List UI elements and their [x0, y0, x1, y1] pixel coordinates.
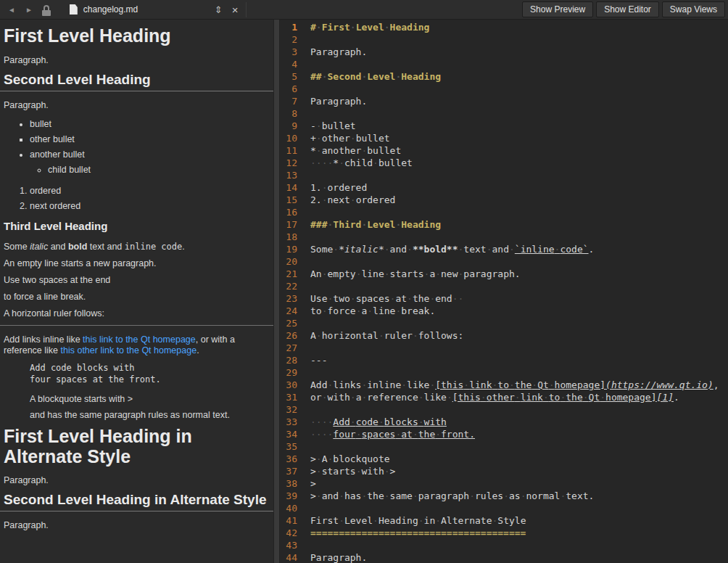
- editor-line[interactable]: 27: [280, 342, 728, 354]
- qt-homepage-reference-link[interactable]: this other link to the Qt homepage: [61, 345, 197, 356]
- toolbar: ◄ ► changelog.md ⇕ × Show Preview Show E…: [0, 0, 728, 20]
- show-editor-button[interactable]: Show Editor: [596, 1, 659, 17]
- editor-line[interactable]: 22: [280, 280, 728, 292]
- line-text: *·another·bullet: [310, 144, 728, 157]
- editor-code[interactable]: 1#·First·Level·Heading23Paragraph.45##·S…: [280, 21, 728, 563]
- line-text: [310, 502, 728, 514]
- line-text: ##·Second·Level·Heading: [310, 70, 728, 83]
- editor-line[interactable]: 152.·next·ordered: [280, 194, 728, 206]
- editor-line[interactable]: 28---: [280, 354, 728, 366]
- line-text: [310, 107, 728, 120]
- line-number: 1: [280, 21, 297, 33]
- splitter[interactable]: [273, 20, 280, 563]
- line-number: 5: [280, 70, 297, 83]
- editor-line[interactable]: 33····Add·code·blocks·with: [280, 416, 728, 428]
- paragraph: to force a line break.: [4, 292, 268, 303]
- close-icon[interactable]: ×: [227, 4, 244, 15]
- plain-text: .: [197, 345, 199, 356]
- editor-line[interactable]: 41First·Level·Heading·in·Alternate·Style: [280, 514, 728, 527]
- editor-line[interactable]: 31or·with·a·reference·like·[this·other·l…: [280, 391, 728, 403]
- italic-text: italic: [30, 242, 48, 252]
- show-preview-button[interactable]: Show Preview: [522, 1, 593, 17]
- editor-line[interactable]: 4: [280, 58, 728, 70]
- editor-line[interactable]: 6: [280, 83, 728, 95]
- editor-line[interactable]: 43: [280, 539, 728, 551]
- editor-line[interactable]: 35: [280, 440, 728, 453]
- editor-line[interactable]: 11*·another·bullet: [280, 144, 728, 157]
- list-item: bullet: [30, 117, 268, 132]
- line-number: 4: [280, 58, 297, 70]
- editor-line[interactable]: 17###·Third·Level·Heading: [280, 218, 728, 231]
- line-text: ###·Third·Level·Heading: [310, 218, 728, 231]
- editor-line[interactable]: 19Some·*italic*·and·**bold**·text·and·`i…: [280, 243, 728, 255]
- editor-line[interactable]: 10+·other·bullet: [280, 132, 728, 144]
- file-tab[interactable]: changelog.md: [65, 0, 210, 20]
- editor-line[interactable]: 30Add·links·inline·like·[this·link·to·th…: [280, 379, 728, 391]
- editor-line[interactable]: 18: [280, 231, 728, 243]
- editor-line[interactable]: 42======================================: [280, 527, 728, 539]
- line-number: 34: [280, 428, 297, 440]
- line-text: [310, 231, 728, 243]
- editor-line[interactable]: 7Paragraph.: [280, 95, 728, 107]
- blockquote: A blockquote starts with > and has the s…: [30, 394, 268, 421]
- preview-h1: First Level Heading: [4, 25, 268, 46]
- editor-line[interactable]: 21An·empty·line·starts·a·new·paragraph.: [280, 268, 728, 280]
- editor-line[interactable]: 12····*·child·bullet: [280, 157, 728, 169]
- paragraph: Paragraph.: [4, 475, 268, 486]
- editor-line[interactable]: 26A·horizontal·ruler·follows:: [280, 329, 728, 342]
- editor-line[interactable]: 34····four·spaces·at·the·front.: [280, 428, 728, 440]
- line-number: 13: [280, 169, 297, 181]
- editor-line[interactable]: 20: [280, 255, 728, 268]
- line-number: 18: [280, 231, 297, 243]
- line-number: 41: [280, 514, 297, 527]
- editor-line[interactable]: 3Paragraph.: [280, 46, 728, 58]
- editor-line[interactable]: 8: [280, 107, 728, 120]
- editor-line[interactable]: 36>·A·blockquote: [280, 453, 728, 465]
- forward-icon[interactable]: ►: [20, 6, 38, 14]
- editor-line[interactable]: 1#·First·Level·Heading: [280, 21, 728, 33]
- editor-line[interactable]: 141.·ordered: [280, 181, 728, 194]
- editor-line[interactable]: 40: [280, 502, 728, 514]
- editor-line[interactable]: 37>·starts·with·>: [280, 465, 728, 477]
- plain-text: text and: [87, 242, 124, 252]
- line-text: Add·links·inline·like·[this·link·to·the·…: [310, 379, 728, 391]
- line-text: [310, 366, 728, 379]
- editor-line[interactable]: 5##·Second·Level·Heading: [280, 70, 728, 83]
- qt-homepage-link[interactable]: this link to the Qt homepage: [83, 334, 196, 345]
- editor-line[interactable]: 23Use·two·spaces·at·the·end··: [280, 292, 728, 305]
- updown-arrows-icon[interactable]: ⇕: [210, 4, 227, 15]
- editor-line[interactable]: 44Paragraph.: [280, 551, 728, 563]
- editor-pane[interactable]: 1#·First·Level·Heading23Paragraph.45##·S…: [280, 20, 728, 563]
- blockquote-line: and has the same paragraph rules as norm…: [30, 410, 268, 421]
- editor-line[interactable]: 38>: [280, 477, 728, 490]
- editor-line[interactable]: 32: [280, 403, 728, 416]
- preview-pane: First Level Heading Paragraph. Second Le…: [0, 20, 273, 563]
- paragraph: An empty line starts a new paragraph.: [4, 258, 268, 269]
- editor-line[interactable]: 13: [280, 169, 728, 181]
- editor-line[interactable]: 16: [280, 206, 728, 218]
- line-number: 6: [280, 83, 297, 95]
- paragraph: Paragraph.: [4, 520, 268, 531]
- line-text: [310, 280, 728, 292]
- line-text: Paragraph.: [310, 95, 728, 107]
- editor-line[interactable]: 25: [280, 317, 728, 329]
- list-item: next ordered: [30, 199, 268, 214]
- ordered-list: ordered next ordered: [4, 184, 268, 214]
- document-icon: [70, 4, 78, 15]
- line-text: [310, 539, 728, 551]
- preview-h2: Second Level Heading: [0, 72, 273, 91]
- editor-line[interactable]: 24to·force·a·line·break.: [280, 305, 728, 317]
- swap-views-button[interactable]: Swap Views: [662, 1, 725, 17]
- line-text: -·bullet: [310, 120, 728, 132]
- list-item-label: another bullet: [30, 149, 85, 160]
- line-text: [310, 317, 728, 329]
- editor-line[interactable]: 39>·and·has·the·same·paragraph·rules·as·…: [280, 490, 728, 502]
- editor-line[interactable]: 2: [280, 33, 728, 46]
- line-number: 11: [280, 144, 297, 157]
- back-icon[interactable]: ◄: [3, 6, 20, 14]
- line-number: 30: [280, 379, 297, 391]
- editor-line[interactable]: 29: [280, 366, 728, 379]
- editor-line[interactable]: 9-·bullet: [280, 120, 728, 132]
- line-text: >·A·blockquote: [310, 453, 728, 465]
- line-number: 38: [280, 477, 297, 490]
